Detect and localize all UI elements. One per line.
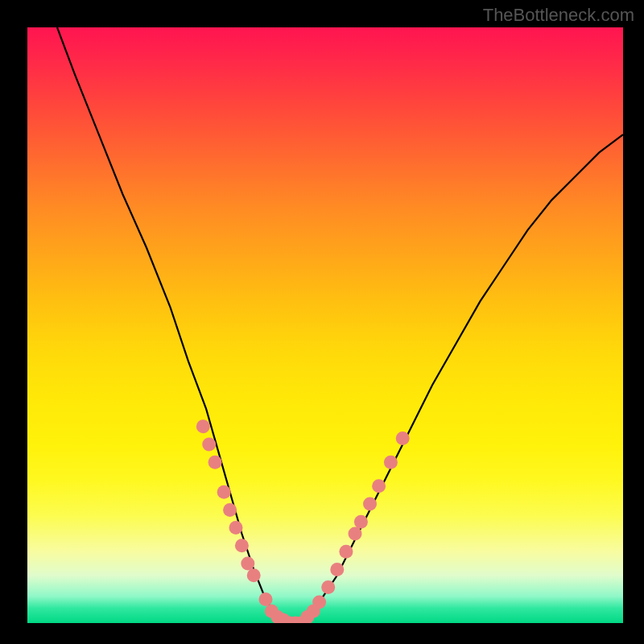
highlighted-dots bbox=[196, 419, 410, 623]
data-dot bbox=[339, 545, 353, 559]
chart-svg bbox=[27, 27, 623, 623]
data-dot bbox=[396, 431, 410, 445]
data-dot bbox=[223, 503, 237, 517]
data-dot bbox=[247, 568, 261, 582]
watermark-text: TheBottleneck.com bbox=[483, 5, 634, 26]
data-dot bbox=[202, 438, 216, 452]
data-dot bbox=[330, 563, 344, 576]
data-dot bbox=[354, 515, 368, 529]
data-dot bbox=[217, 485, 231, 499]
data-dot bbox=[208, 456, 222, 469]
data-dot bbox=[196, 419, 210, 433]
data-dot bbox=[259, 592, 273, 606]
data-dot bbox=[241, 557, 254, 571]
chart-plot-area bbox=[27, 27, 623, 623]
data-dot bbox=[372, 479, 386, 493]
data-dot bbox=[235, 539, 249, 552]
data-dot bbox=[321, 580, 335, 594]
data-dot bbox=[349, 527, 362, 541]
data-dot bbox=[384, 456, 398, 469]
bottleneck-curve bbox=[57, 27, 623, 623]
data-dot bbox=[229, 521, 243, 535]
data-dot bbox=[312, 596, 326, 609]
data-dot bbox=[363, 497, 377, 511]
